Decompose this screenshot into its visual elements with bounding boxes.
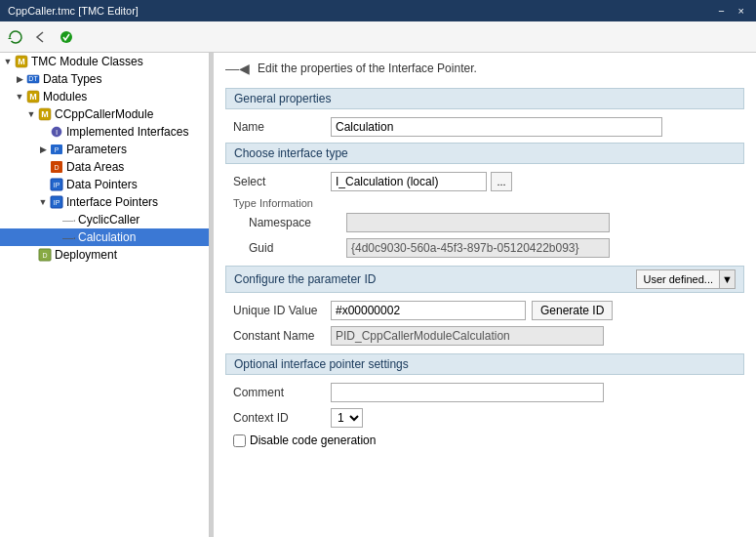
dropdown-arrow-icon: ▼ (719, 270, 735, 288)
tree-item-data-areas[interactable]: DData Areas (0, 158, 209, 176)
check-button[interactable] (55, 25, 78, 49)
icon-params: P (49, 142, 64, 157)
title-bar: CppCaller.tmc [TMC Editor] − × (0, 0, 756, 21)
back-button[interactable] (29, 25, 53, 49)
tree-item-cyclic-caller[interactable]: —◀CyclicCaller (0, 211, 209, 228)
content-panel: —◀ Edit the properties of the Interface … (214, 53, 756, 537)
svg-text:D: D (54, 164, 59, 171)
tree-item-interface-pointers[interactable]: ▼IPInterface Pointers (0, 193, 209, 211)
svg-text:M: M (18, 57, 25, 66)
main-layout: ▼MTMC Module Classes▶DTData Types▼MModul… (0, 53, 756, 537)
namespace-input[interactable] (346, 213, 610, 232)
label-tmc-module-classes: TMC Module Classes (31, 55, 143, 68)
type-info-label: Type Information (233, 197, 744, 209)
icon-cyclic: —◀ (60, 212, 76, 227)
svg-text:IP: IP (54, 199, 60, 206)
label-interface-pointers: Interface Pointers (66, 195, 158, 209)
content-header: —◀ Edit the properties of the Interface … (225, 61, 744, 76)
name-input[interactable] (331, 117, 662, 137)
tree-item-parameters[interactable]: ▶PParameters (0, 141, 209, 158)
icon-module: M (25, 89, 41, 104)
expander-deployment (25, 249, 37, 261)
label-calculation: Calculation (78, 230, 136, 244)
expander-implemented-ifaces (37, 126, 49, 138)
label-modules: Modules (43, 90, 87, 103)
disable-codegen-row: Disable code generation (225, 434, 744, 447)
tree-item-implemented-ifaces[interactable]: IImplemented Interfaces (0, 123, 209, 141)
title-bar-text: CppCaller.tmc [TMC Editor] (8, 5, 708, 17)
section-general: General properties (225, 88, 744, 109)
expander-interface-pointers[interactable]: ▼ (37, 196, 49, 208)
tree-item-ccppmodule[interactable]: ▼MCCppCallerModule (0, 105, 209, 123)
expander-tmc-module-classes[interactable]: ▼ (2, 56, 14, 67)
comment-input[interactable] (331, 383, 604, 402)
disable-codegen-label: Disable code generation (250, 434, 376, 447)
svg-point-0 (60, 31, 72, 43)
pin-button[interactable]: − (714, 5, 728, 17)
label-cyclic-caller: CyclicCaller (78, 213, 139, 227)
tree-item-modules[interactable]: ▼MModules (0, 88, 209, 105)
expander-parameters[interactable]: ▶ (37, 144, 49, 155)
icon-ptr: IP (49, 177, 64, 192)
expander-modules[interactable]: ▼ (14, 91, 25, 103)
expander-data-pointers (37, 179, 49, 190)
tree-item-tmc-module-classes[interactable]: ▼MTMC Module Classes (0, 53, 209, 70)
expander-ccppmodule[interactable]: ▼ (25, 108, 37, 120)
expander-cyclic-caller (49, 214, 60, 226)
name-row: Name (225, 117, 744, 137)
icon-module: M (14, 54, 29, 69)
tree-panel: ▼MTMC Module Classes▶DTData Types▼MModul… (0, 53, 210, 537)
tree-item-calculation[interactable]: —◀Calculation (0, 228, 209, 246)
generate-id-button[interactable]: Generate ID (532, 301, 613, 320)
select-input[interactable] (331, 172, 487, 191)
svg-text:—◀: —◀ (62, 231, 75, 243)
icon-impl: I (49, 124, 64, 140)
label-data-pointers: Data Pointers (66, 178, 138, 191)
guid-row: Guid (233, 238, 744, 258)
context-id-select[interactable]: 1 2 3 (331, 408, 363, 428)
label-deployment: Deployment (55, 248, 117, 262)
browse-button[interactable]: ... (491, 172, 512, 191)
type-info-section: Type Information Namespace Guid (225, 197, 744, 258)
tree-item-deployment[interactable]: DDeployment (0, 246, 209, 264)
unique-id-label: Unique ID Value (233, 304, 331, 317)
label-implemented-ifaces: Implemented Interfaces (66, 125, 188, 139)
expander-data-types[interactable]: ▶ (14, 73, 25, 85)
toolbar (0, 21, 756, 53)
label-data-areas: Data Areas (66, 160, 124, 174)
constant-name-row: Constant Name (225, 326, 744, 346)
comment-label: Comment (233, 386, 331, 399)
svg-text:M: M (41, 109, 49, 119)
svg-text:M: M (29, 92, 37, 102)
context-id-label: Context ID (233, 411, 331, 425)
constant-name-input[interactable] (331, 326, 604, 346)
svg-text:P: P (55, 146, 60, 153)
constant-name-label: Constant Name (233, 329, 331, 343)
tree-item-data-types[interactable]: ▶DTData Types (0, 70, 209, 88)
svg-text:DT: DT (28, 75, 38, 82)
user-defined-dropdown[interactable]: User defined... ▼ (636, 269, 736, 289)
content-header-text: Edit the properties of the Interface Poi… (258, 62, 477, 75)
label-parameters: Parameters (66, 143, 127, 156)
guid-label: Guid (249, 241, 346, 255)
namespace-row: Namespace (233, 213, 744, 232)
svg-text:D: D (42, 252, 47, 259)
icon-deploy: D (37, 247, 53, 263)
select-label: Select (233, 175, 331, 188)
icon-data: D (49, 159, 64, 175)
icon-ptr: IP (49, 194, 64, 210)
expander-data-areas (37, 161, 49, 173)
unique-id-row: Unique ID Value Generate ID (225, 301, 744, 320)
arrow-icon: —◀ (225, 61, 250, 76)
close-button[interactable]: × (735, 5, 748, 17)
comment-row: Comment (225, 383, 744, 402)
svg-text:IP: IP (54, 182, 60, 188)
svg-text:I: I (56, 128, 58, 137)
tree-item-data-pointers[interactable]: IPData Pointers (0, 176, 209, 193)
label-ccppmodule: CCppCallerModule (55, 107, 153, 121)
unique-id-input[interactable] (331, 301, 526, 320)
guid-input[interactable] (346, 238, 610, 258)
dropdown-label: User defined... (637, 273, 719, 285)
disable-codegen-checkbox[interactable] (233, 434, 246, 447)
refresh-button[interactable] (4, 25, 27, 49)
